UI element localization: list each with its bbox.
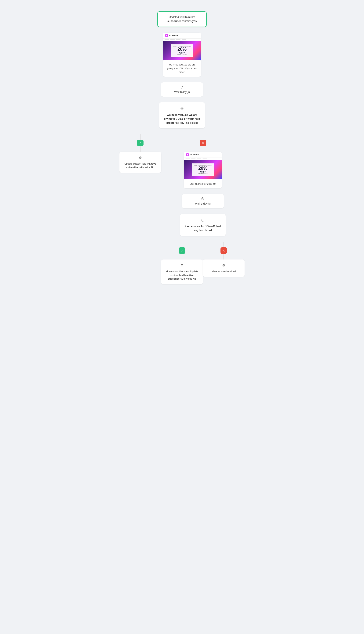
wait2-label: Wait 3 day(s) [186,202,220,205]
email1-header: YourStore [163,33,201,39]
branch1-yes-label: Update custom field Inactive subscriber … [123,162,157,169]
trigger-label-mid: contains [181,20,192,23]
connector-7c [224,242,224,247]
logo-icon [165,34,168,37]
connector-7a [182,242,182,247]
connector-1 [182,27,182,33]
gear-icon-3: ⚙ [207,263,241,268]
svg-marker-1 [187,154,188,155]
email2-promo-store: STOREWIDE [194,173,212,174]
connector-6a [203,188,203,194]
connector-5b [140,146,140,152]
email2-card[interactable]: YourStore SHH... MEMBER EXCLUSIVE 20% OF… [184,152,222,188]
branch1-condition-card[interactable]: ⚇ We miss you...so we are giving you 20%… [159,102,205,128]
branch2-text: Last chance for 20% off! had any link cl… [184,225,222,233]
branch2-yes-card[interactable]: ⚙ Move to another step: Update custom fi… [161,260,203,284]
branch2-right: ✕ ⚙ Mark as unsubscribed [203,242,244,277]
email1-card[interactable]: YourStore SHH... MEMBER EXCLUSIVE 20% OF… [163,33,201,77]
branch1-text: We miss you...so we are giving you 20% o… [163,113,201,125]
branch2-row: ✓ ⚙ Move to another step: Update custom … [161,242,244,284]
branch2-no-label: Mark as unsubscribed [207,270,241,273]
wait1-label: Wait 3 day(s) [165,91,199,94]
logo-icon-2 [186,153,189,156]
email2-header: YourStore [184,152,222,158]
email2-banner: SHH... MEMBER EXCLUSIVE 20% OFF* STOREWI… [184,160,222,179]
connector-5d [203,146,203,152]
email2-caption: Last chance for 20% off! [184,179,222,188]
branch2-no-card[interactable]: ⚙ Mark as unsubscribed [203,260,244,277]
branch2-yes-label: Move to another step: Update custom fiel… [165,270,199,281]
branch1-row: ✓ ⚙ Update custom field Inactive subscri… [125,134,239,284]
branch2-left: ✓ ⚙ Move to another step: Update custom … [161,242,203,284]
connector-4 [182,128,182,134]
branch2-condition-card[interactable]: ⚇ Last chance for 20% off! had any link … [180,214,226,236]
connector-5c [203,134,203,140]
email2-nav [184,158,222,160]
connector-7d [224,254,224,260]
branch1-yes-card[interactable]: ⚙ Update custom field Inactive subscribe… [120,152,161,173]
email2-banner-inner: SHH... MEMBER EXCLUSIVE 20% OFF* STOREWI… [192,163,214,176]
email2-brand: YourStore [190,154,199,156]
connector-3 [182,97,182,102]
connector-7b [182,254,182,260]
branch1-icon: ⚇ [163,106,201,111]
gear-icon-2: ⚙ [165,263,199,268]
email1-promo-pct: 20% [173,47,191,52]
badge-yes-2[interactable]: ✓ [179,247,185,254]
badge-yes-1[interactable]: ✓ [137,140,144,146]
email1-banner: SHH... MEMBER EXCLUSIVE 20% OFF* STOREWI… [163,41,201,60]
connector-6b [203,208,203,214]
trigger-card[interactable]: Updated field Inactive subscriber contai… [157,12,207,27]
branch2-hline [180,242,226,242]
badge-no-1[interactable]: ✕ [200,140,206,146]
trigger-label-prefix: Updated field [169,16,185,19]
branch1-hline [156,134,208,134]
trigger-value: yes [192,20,196,23]
email2-promo-pct: 20% [194,166,212,170]
clock-icon-2: ⏱ [186,197,220,201]
wait2-card[interactable]: ⏱ Wait 3 day(s) [182,194,224,208]
clock-icon-1: ⏱ [165,85,199,89]
email1-promo-off: OFF* [173,52,191,54]
svg-marker-0 [166,35,168,36]
flow-container: Updated field Inactive subscriber contai… [91,12,273,622]
wait1-card[interactable]: ⏱ Wait 3 day(s) [161,82,203,97]
connector-6c [203,236,203,242]
email2-promo-off: OFF* [194,170,212,173]
email1-promo-store: STOREWIDE [173,54,191,55]
email1-banner-inner: SHH... MEMBER EXCLUSIVE 20% OFF* STOREWI… [171,44,194,57]
gear-icon-1: ⚙ [123,155,157,160]
connector-2 [182,77,182,82]
email1-brand: YourStore [169,35,178,37]
branch2-icon: ⚇ [184,217,222,223]
email1-nav [163,39,201,41]
connector-5a [140,134,140,140]
badge-no-2[interactable]: ✕ [220,247,227,254]
branch1-right: ✕ YourStore SHH... MEMBER EXCLUSIVE 20% [161,134,244,284]
branch1-left: ✓ ⚙ Update custom field Inactive subscri… [120,134,161,173]
email1-caption: We miss you...so we are giving you 20% o… [163,60,201,77]
